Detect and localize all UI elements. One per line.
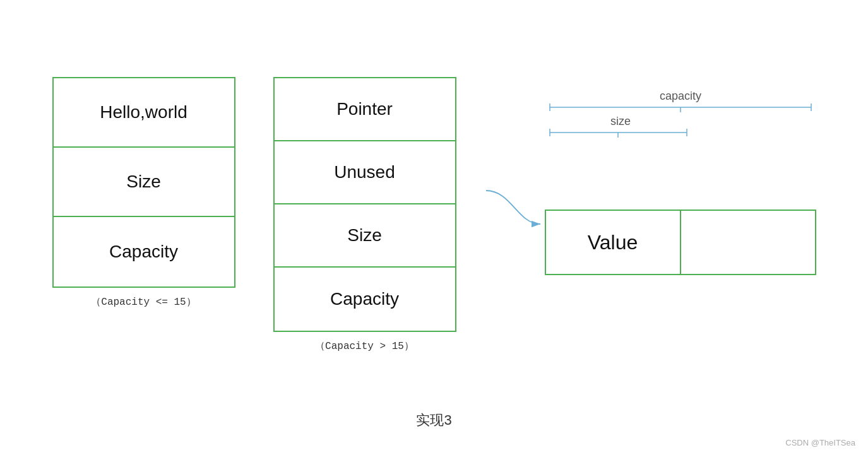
capacity-brace-svg: capacity size [545,90,816,153]
left-cell-hello: Hello,world [54,78,234,148]
middle-cell-size: Size [275,204,455,268]
middle-cell-pointer: Pointer [275,78,455,141]
diagram-right: capacity size Value [545,90,816,235]
diagrams-wrapper: Hello,world Size Capacity （Capacity <= 1… [52,77,816,353]
middle-caption: （Capacity > 15） [315,340,414,353]
empty-cell [681,211,815,274]
value-row: Value [545,210,816,275]
diagram-middle: Pointer Unused Size Capacity （Capacity >… [273,77,456,353]
left-cell-size: Size [54,148,234,217]
size-label: size [610,115,630,127]
middle-cell-capacity: Capacity [275,268,455,331]
value-cell: Value [546,211,681,274]
watermark: CSDN @TheITSea [785,438,855,447]
middle-box: Pointer Unused Size Capacity [273,77,456,332]
left-caption: （Capacity <= 15） [91,295,196,309]
left-cell-capacity: Capacity [54,217,234,287]
diagram-left: Hello,world Size Capacity （Capacity <= 1… [52,77,235,309]
footer-label: 实现3 [416,411,451,430]
main-container: Hello,world Size Capacity （Capacity <= 1… [0,0,868,455]
middle-cell-unused: Unused [275,141,455,204]
left-box: Hello,world Size Capacity [52,77,235,288]
capacity-label: capacity [659,90,701,102]
